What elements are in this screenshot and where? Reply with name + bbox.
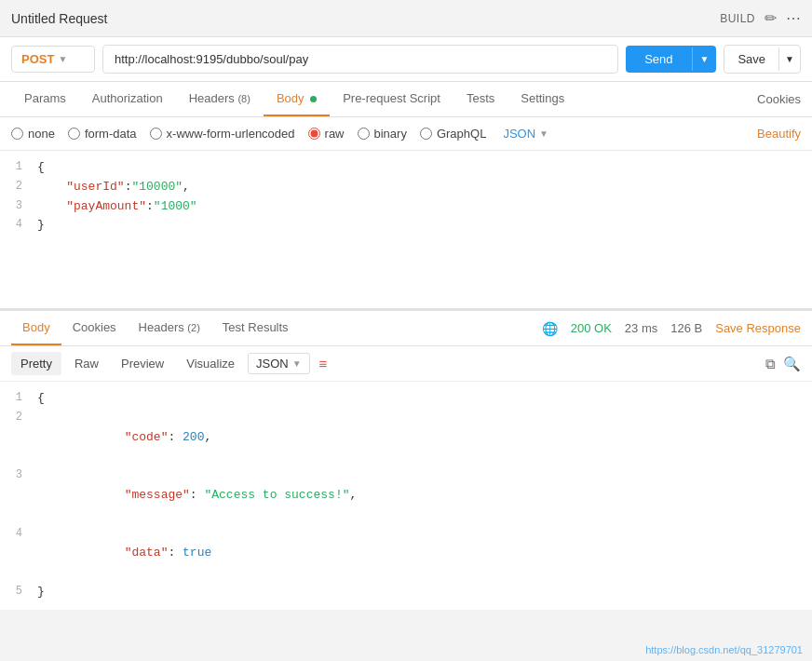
send-button-label: Send	[626, 46, 691, 73]
body-type-raw-label: raw	[325, 127, 345, 141]
body-radio-form-data[interactable]	[68, 128, 80, 140]
body-type-bar: none form-data x-www-form-urlencoded raw…	[0, 117, 812, 151]
request-tabs-bar: Params Authorization Headers (8) Body Pr…	[0, 82, 812, 117]
tab-tests[interactable]: Tests	[453, 82, 508, 116]
dots-icon-button[interactable]: ⋯	[786, 9, 801, 27]
save-button[interactable]: Save ▼	[724, 45, 801, 74]
save-dropdown-icon[interactable]: ▼	[778, 47, 800, 71]
line-content-3: "payAmount":"1000"	[37, 197, 812, 217]
tab-body[interactable]: Body	[264, 82, 330, 116]
cookies-link[interactable]: Cookies	[757, 92, 801, 106]
globe-icon: 🌐	[542, 321, 558, 336]
json-format-select[interactable]: JSON ▼	[499, 125, 552, 142]
body-type-graphql[interactable]: GraphQL	[420, 127, 486, 141]
resp-headers-badge: (2)	[187, 322, 199, 333]
method-label: POST	[21, 52, 54, 66]
resp-line-content-3: "message": "Access to success!",	[37, 466, 812, 524]
send-dropdown-icon[interactable]: ▼	[692, 47, 717, 71]
response-format-row: Pretty Raw Preview Visualize JSON ▼ ≡ ⧉ …	[0, 346, 812, 382]
key-payAmount: "payAmount"	[37, 199, 146, 213]
json-format-arrow-icon: ▼	[539, 128, 548, 139]
method-arrow-icon: ▼	[58, 54, 67, 64]
resp-tab-headers[interactable]: Headers (2)	[128, 311, 211, 345]
save-response-button[interactable]: Save Response	[715, 321, 801, 335]
url-input[interactable]	[102, 45, 618, 74]
resp-tab-body[interactable]: Body	[11, 311, 61, 345]
line-content-2: "userId":"10000",	[37, 178, 812, 197]
title-bar-left: Untitled Request	[11, 11, 108, 26]
tab-pre-request-script[interactable]: Pre-request Script	[330, 82, 453, 116]
resp-json-select[interactable]: JSON ▼	[248, 353, 310, 374]
code-line-4: 4 }	[0, 216, 812, 236]
resp-tab-cookies[interactable]: Cookies	[61, 311, 128, 345]
resp-val-data: true	[183, 546, 211, 560]
body-type-form-data-label: form-data	[85, 127, 137, 141]
beautify-button[interactable]: Beautify	[757, 127, 801, 141]
tab-authorization[interactable]: Authorization	[79, 82, 176, 116]
resp-body-icons: ⧉ 🔍	[754, 356, 812, 372]
resp-code-line-4: 4 "data": true	[0, 525, 812, 583]
body-type-none[interactable]: none	[11, 127, 55, 141]
body-type-none-label: none	[28, 127, 55, 141]
resp-line-content-2: "code": 200,	[37, 409, 812, 466]
edit-icon-button[interactable]: ✏	[765, 9, 777, 27]
body-dot-icon	[310, 96, 317, 102]
resp-code-line-5: 5 }	[0, 583, 812, 602]
line-num-1: 1	[0, 158, 37, 176]
body-type-urlencoded[interactable]: x-www-form-urlencoded	[150, 127, 295, 141]
method-select[interactable]: POST ▼	[11, 46, 95, 73]
resp-status-bar: 🌐 200 OK 23 ms 126 B Save Response	[542, 321, 801, 336]
title-bar-right: BUILD ✏ ⋯	[720, 9, 801, 27]
line-num-4: 4	[0, 216, 37, 234]
search-icon[interactable]: 🔍	[783, 356, 801, 372]
body-radio-none[interactable]	[11, 128, 23, 140]
line-content-4: }	[37, 216, 812, 236]
tab-settings[interactable]: Settings	[508, 82, 577, 116]
response-code-editor: 1 { 2 "code": 200, 3 "message": "Access …	[0, 382, 812, 610]
resp-line-content-1: {	[37, 389, 812, 409]
fmt-tab-visualize[interactable]: Visualize	[177, 352, 244, 375]
resp-val-message: "Access to success!"	[204, 488, 349, 502]
copy-icon[interactable]: ⧉	[765, 356, 776, 372]
body-radio-urlencoded[interactable]	[150, 128, 162, 140]
body-type-binary[interactable]: binary	[358, 127, 407, 141]
body-radio-binary[interactable]	[358, 128, 370, 140]
headers-badge: (8)	[237, 93, 250, 104]
resp-json-arrow-icon: ▼	[292, 358, 302, 369]
response-time: 23 ms	[625, 321, 657, 335]
tab-headers[interactable]: Headers (8)	[176, 82, 264, 116]
resp-code-line-2: 2 "code": 200,	[0, 409, 812, 466]
response-tabs-bar: Body Cookies Headers (2) Test Results 🌐 …	[0, 311, 812, 346]
response-format-bar: Pretty Raw Preview Visualize JSON ▼ ≡	[0, 346, 754, 381]
tab-params[interactable]: Params	[11, 82, 79, 116]
code-line-3: 3 "payAmount":"1000"	[0, 197, 812, 217]
resp-line-content-5: }	[37, 583, 812, 602]
resp-line-num-5: 5	[0, 583, 37, 600]
resp-line-num-2: 2	[0, 409, 37, 426]
response-size: 126 B	[670, 321, 702, 335]
resp-key-code: "code"	[95, 430, 168, 444]
resp-line-num-4: 4	[0, 525, 37, 543]
resp-line-content-4: "data": true	[37, 525, 812, 583]
fmt-tab-raw[interactable]: Raw	[65, 352, 108, 375]
body-radio-graphql[interactable]	[420, 128, 432, 140]
wrap-icon[interactable]: ≡	[319, 356, 328, 371]
code-line-1: 1 {	[0, 158, 812, 178]
body-radio-raw[interactable]	[308, 128, 320, 140]
resp-line-num-1: 1	[0, 389, 37, 407]
send-button[interactable]: Send ▼	[626, 46, 716, 73]
build-button[interactable]: BUILD	[720, 12, 755, 25]
request-code-editor: 1 { 2 "userId":"10000", 3 "payAmount":"1…	[0, 151, 812, 309]
json-format-label: JSON	[503, 127, 535, 141]
resp-val-code: 200	[183, 430, 204, 444]
fmt-tab-preview[interactable]: Preview	[112, 352, 173, 375]
body-type-form-data[interactable]: form-data	[68, 127, 137, 141]
resp-json-label: JSON	[256, 357, 289, 371]
status-code: 200 OK	[571, 321, 612, 335]
resp-tab-test-results[interactable]: Test Results	[211, 311, 300, 345]
body-type-urlencoded-label: x-www-form-urlencoded	[167, 127, 295, 141]
body-type-raw[interactable]: raw	[308, 127, 345, 141]
body-type-binary-label: binary	[374, 127, 407, 141]
fmt-tab-pretty[interactable]: Pretty	[11, 352, 61, 375]
line-num-3: 3	[0, 197, 37, 215]
